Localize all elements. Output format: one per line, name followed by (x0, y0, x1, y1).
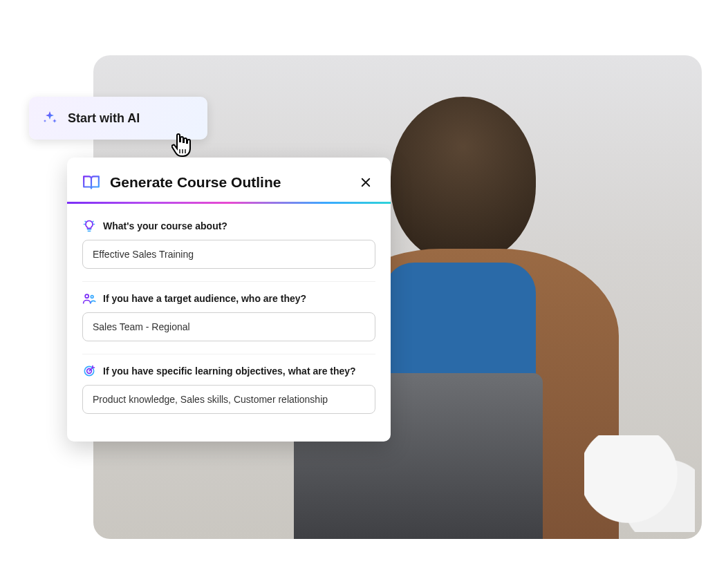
field-label-text: What's your course about? (103, 220, 227, 231)
course-topic-input[interactable] (82, 240, 375, 269)
photo-headphones (584, 435, 695, 532)
learning-objectives-input[interactable] (82, 385, 375, 414)
pointer-cursor-icon (171, 133, 195, 160)
field-learning-objectives: If you have specific learning objectives… (82, 354, 375, 426)
close-button[interactable] (356, 173, 375, 192)
book-open-icon (82, 173, 100, 191)
close-icon (360, 176, 372, 189)
generate-course-outline-modal: Generate Course Outline What's your cour… (67, 158, 391, 442)
target-icon (82, 364, 96, 378)
svg-point-4 (91, 296, 93, 298)
field-label-text: If you have specific learning objectives… (103, 366, 356, 377)
field-target-audience: If you have a target audience, who are t… (82, 281, 375, 354)
sparkle-icon (41, 110, 58, 126)
field-course-topic: What's your course about? (82, 209, 375, 281)
field-label: What's your course about? (82, 219, 375, 233)
target-audience-input[interactable] (82, 312, 375, 341)
modal-title: Generate Course Outline (110, 174, 346, 191)
field-label-text: If you have a target audience, who are t… (103, 293, 306, 304)
modal-header: Generate Course Outline (67, 170, 391, 202)
modal-form: What's your course about? If you have a … (67, 204, 391, 426)
field-label: If you have specific learning objectives… (82, 364, 375, 378)
people-icon (82, 292, 96, 305)
svg-point-3 (85, 294, 88, 298)
lightbulb-icon (82, 219, 96, 233)
start-with-ai-label: Start with AI (68, 111, 140, 126)
field-label: If you have a target audience, who are t… (82, 292, 375, 305)
